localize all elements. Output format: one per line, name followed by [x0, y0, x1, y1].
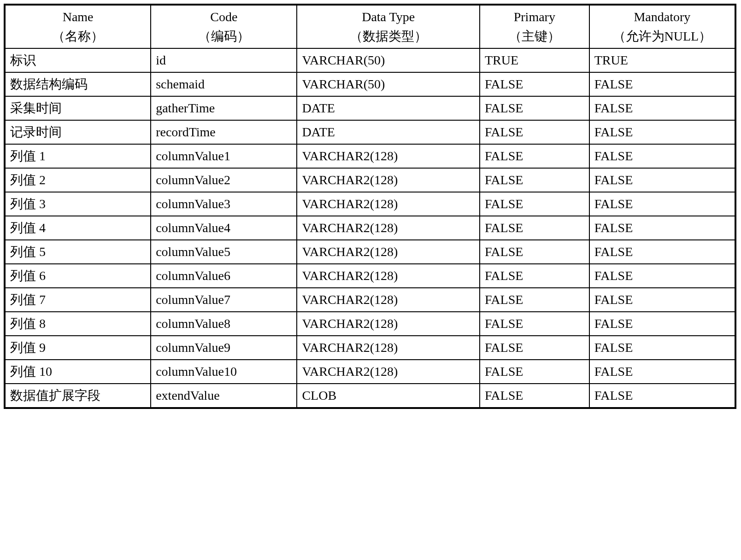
cell-name: 列值 9 [5, 336, 151, 360]
cell-code: columnValue3 [151, 192, 297, 216]
cell-type: VARCHAR2(128) [297, 168, 480, 192]
cell-mandatory: FALSE [589, 312, 735, 336]
cell-name: 列值 6 [5, 264, 151, 288]
cell-primary: FALSE [480, 192, 589, 216]
header-code: Code （编码） [151, 5, 297, 48]
cell-type: VARCHAR2(128) [297, 144, 480, 168]
header-name: Name （名称） [5, 5, 151, 48]
cell-code: columnValue8 [151, 312, 297, 336]
cell-code: columnValue7 [151, 288, 297, 312]
table-row: 列值 8columnValue8VARCHAR2(128)FALSEFALSE [5, 312, 735, 336]
cell-mandatory: FALSE [589, 168, 735, 192]
cell-code: recordTime [151, 120, 297, 144]
table-row: 数据结构编码schemaidVARCHAR(50)FALSEFALSE [5, 72, 735, 96]
header-mandatory-cn: （允许为NULL） [594, 27, 730, 46]
cell-name: 数据结构编码 [5, 72, 151, 96]
cell-type: VARCHAR2(128) [297, 360, 480, 384]
cell-mandatory: FALSE [589, 336, 735, 360]
cell-name: 列值 3 [5, 192, 151, 216]
cell-primary: FALSE [480, 96, 589, 120]
cell-primary: FALSE [480, 72, 589, 96]
cell-code: columnValue10 [151, 360, 297, 384]
cell-code: columnValue4 [151, 216, 297, 240]
cell-primary: FALSE [480, 360, 589, 384]
cell-mandatory: FALSE [589, 288, 735, 312]
cell-mandatory: FALSE [589, 144, 735, 168]
header-type: Data Type （数据类型） [297, 5, 480, 48]
cell-name: 列值 2 [5, 168, 151, 192]
cell-name: 列值 7 [5, 288, 151, 312]
cell-code: columnValue2 [151, 168, 297, 192]
cell-code: extendValue [151, 384, 297, 408]
cell-code: columnValue9 [151, 336, 297, 360]
cell-mandatory: FALSE [589, 240, 735, 264]
cell-primary: FALSE [480, 168, 589, 192]
cell-code: id [151, 48, 297, 72]
header-primary: Primary （主键） [480, 5, 589, 48]
table-row: 列值 4columnValue4VARCHAR2(128)FALSEFALSE [5, 216, 735, 240]
cell-type: VARCHAR2(128) [297, 312, 480, 336]
cell-primary: TRUE [480, 48, 589, 72]
cell-name: 列值 10 [5, 360, 151, 384]
cell-mandatory: FALSE [589, 120, 735, 144]
cell-type: VARCHAR2(128) [297, 288, 480, 312]
cell-name: 标识 [5, 48, 151, 72]
table-row: 记录时间recordTimeDATEFALSEFALSE [5, 120, 735, 144]
table-row: 列值 9columnValue9VARCHAR2(128)FALSEFALSE [5, 336, 735, 360]
cell-type: VARCHAR2(128) [297, 240, 480, 264]
cell-type: VARCHAR(50) [297, 48, 480, 72]
table-row: 列值 5columnValue5VARCHAR2(128)FALSEFALSE [5, 240, 735, 264]
cell-name: 列值 4 [5, 216, 151, 240]
cell-type: DATE [297, 120, 480, 144]
cell-mandatory: FALSE [589, 96, 735, 120]
table-row: 列值 2columnValue2VARCHAR2(128)FALSEFALSE [5, 168, 735, 192]
cell-code: columnValue6 [151, 264, 297, 288]
cell-primary: FALSE [480, 288, 589, 312]
header-primary-en: Primary [485, 7, 584, 27]
cell-name: 列值 8 [5, 312, 151, 336]
header-primary-cn: （主键） [485, 27, 584, 46]
cell-primary: FALSE [480, 384, 589, 408]
cell-mandatory: FALSE [589, 192, 735, 216]
cell-name: 采集时间 [5, 96, 151, 120]
cell-primary: FALSE [480, 144, 589, 168]
header-name-cn: （名称） [10, 27, 146, 46]
table-row: 数据值扩展字段extendValueCLOBFALSEFALSE [5, 384, 735, 408]
cell-mandatory: FALSE [589, 264, 735, 288]
cell-name: 列值 1 [5, 144, 151, 168]
cell-code: gatherTime [151, 96, 297, 120]
cell-name: 记录时间 [5, 120, 151, 144]
cell-primary: FALSE [480, 264, 589, 288]
header-code-en: Code [156, 7, 292, 27]
cell-primary: FALSE [480, 216, 589, 240]
cell-mandatory: FALSE [589, 216, 735, 240]
header-code-cn: （编码） [156, 27, 292, 46]
cell-primary: FALSE [480, 336, 589, 360]
header-row: Name （名称） Code （编码） Data Type （数据类型） Pri… [5, 5, 735, 48]
cell-code: columnValue1 [151, 144, 297, 168]
cell-mandatory: FALSE [589, 384, 735, 408]
header-type-cn: （数据类型） [302, 27, 475, 46]
cell-name: 数据值扩展字段 [5, 384, 151, 408]
cell-mandatory: FALSE [589, 72, 735, 96]
table-row: 列值 6columnValue6VARCHAR2(128)FALSEFALSE [5, 264, 735, 288]
cell-primary: FALSE [480, 120, 589, 144]
cell-type: VARCHAR(50) [297, 72, 480, 96]
header-name-en: Name [10, 7, 146, 27]
cell-type: CLOB [297, 384, 480, 408]
cell-mandatory: TRUE [589, 48, 735, 72]
cell-primary: FALSE [480, 312, 589, 336]
table-row: 列值 1columnValue1VARCHAR2(128)FALSEFALSE [5, 144, 735, 168]
cell-type: VARCHAR2(128) [297, 336, 480, 360]
cell-code: columnValue5 [151, 240, 297, 264]
table-row: 列值 3columnValue3VARCHAR2(128)FALSEFALSE [5, 192, 735, 216]
cell-code: schemaid [151, 72, 297, 96]
table-body: 标识idVARCHAR(50)TRUETRUE数据结构编码schemaidVAR… [5, 48, 735, 408]
cell-primary: FALSE [480, 240, 589, 264]
header-mandatory-en: Mandatory [594, 7, 730, 27]
header-mandatory: Mandatory （允许为NULL） [589, 5, 735, 48]
cell-type: VARCHAR2(128) [297, 192, 480, 216]
schema-table: Name （名称） Code （编码） Data Type （数据类型） Pri… [4, 4, 736, 409]
cell-mandatory: FALSE [589, 360, 735, 384]
cell-type: VARCHAR2(128) [297, 216, 480, 240]
